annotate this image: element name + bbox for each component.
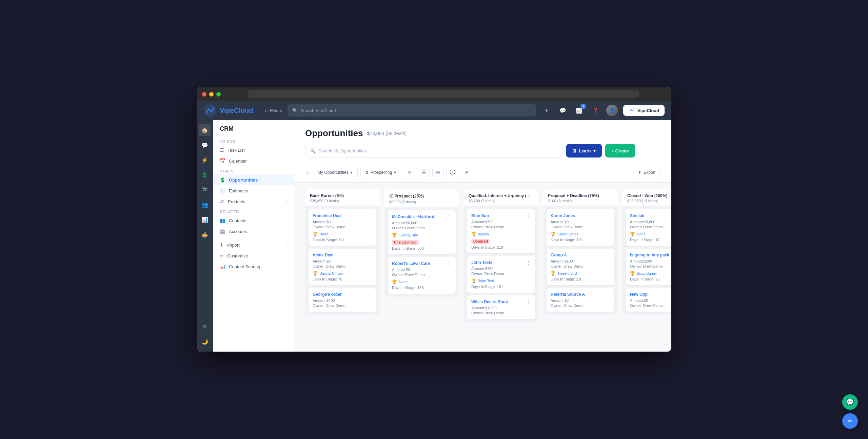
edit-float-button[interactable]: ✏	[842, 413, 858, 429]
main-layout: 🏠 💬 ⚡ 💲 🗺 👥 📊 🥧 ⚙ 🌙 CRM TO DOS ☰ Task Li…	[197, 120, 671, 352]
kanban-view-button[interactable]: ⊞	[432, 167, 444, 178]
message-view-button[interactable]: 💬	[447, 167, 458, 178]
card-franchise-deal: Franchise Deal ⋮ Amount:$0 Owner: Drew D…	[309, 209, 376, 246]
sidebar-item-products[interactable]: 🏷 Products ›	[213, 196, 294, 207]
trophy-name[interactable]: Tweety Bird	[557, 271, 577, 275]
products-chevron-icon: ›	[286, 200, 287, 204]
titlebar	[197, 87, 671, 101]
col-header-closed-won: Closed - Won (100%) $25,350 (13 deals)	[623, 189, 671, 206]
card-menu-icon[interactable]: ⋮	[524, 299, 531, 305]
card-menu-icon[interactable]: ⋮	[524, 213, 531, 219]
card-menu-icon[interactable]: ⋮	[445, 261, 452, 267]
sidebar-item-estimates[interactable]: 📄 Estimates	[213, 185, 294, 196]
sidebar-item-task-list[interactable]: ☰ Task List	[213, 145, 294, 155]
sidebar-item-import[interactable]: ⬆ Import ›	[213, 239, 294, 250]
card-name[interactable]: New Opp	[630, 292, 671, 297]
trophy-name[interactable]: John Test	[478, 279, 494, 283]
card-owner: Owner: Drew Demo	[313, 304, 372, 308]
trophy-name[interactable]: Karen Jones	[557, 232, 578, 236]
sidebar-icon-users[interactable]: 👥	[199, 198, 211, 211]
card-owner: Owner: Drew Demo	[471, 272, 531, 276]
card-name[interactable]: Karen Jones	[551, 213, 604, 219]
url-bar[interactable]	[248, 90, 639, 98]
col-title-qualified: Qualified. Interest + Urgency (...	[469, 193, 534, 198]
user-avatar[interactable]: 👤	[606, 105, 618, 116]
notifications-button[interactable]: 📈 3	[574, 105, 585, 116]
favorite-star-icon[interactable]: ☆	[305, 169, 310, 176]
sidebar-icon-chat[interactable]: 💬	[199, 139, 211, 151]
card-days: Days In Stage: 219	[471, 245, 531, 249]
card-menu-icon[interactable]: ⋮	[604, 253, 610, 258]
card-name[interactable]: McDonald's - Hartford	[392, 214, 445, 220]
messages-button[interactable]: 💬	[557, 105, 568, 116]
card-menu-icon[interactable]: ⋮	[524, 260, 531, 266]
filters-button[interactable]: ☆ Filters	[264, 108, 282, 113]
global-search[interactable]: 🔍 Search VipeCloud	[288, 104, 536, 117]
sidebar-item-contacts[interactable]: 👥 Contacts	[213, 215, 294, 226]
brand-button[interactable]: VipeCloud	[623, 105, 665, 116]
opportunity-search[interactable]: 🔍 Search My Opportunities	[305, 144, 563, 158]
sidebar-item-opportunities[interactable]: 💲 Opportunities	[213, 174, 294, 185]
opportunities-icon: 💲	[220, 177, 225, 183]
sidebar-icon-dollar[interactable]: 💲	[199, 169, 211, 181]
card-menu-icon[interactable]: ⋮	[366, 213, 372, 219]
trophy-name[interactable]: Bugs Bunny	[637, 271, 657, 275]
maximize-button[interactable]	[216, 92, 221, 97]
my-opportunities-filter[interactable]: My Opportunities ▾	[313, 167, 358, 178]
learn-button[interactable]: ⊞ Learn ▾	[566, 144, 602, 158]
content-area: Opportunities $73,000 (36 deals) 🔍 Searc…	[294, 120, 671, 352]
minimize-button[interactable]	[209, 92, 214, 97]
card-name[interactable]: Blue Sun	[471, 213, 524, 219]
card-menu-icon[interactable]: ⋮	[366, 292, 372, 297]
trophy-name[interactable]: Dennis Ulman	[319, 271, 343, 275]
trophy-name[interactable]: sjones	[478, 232, 489, 236]
card-owner: Owner: Drew Demo	[551, 304, 610, 308]
card-name[interactable]: Robert's Lawn Care	[392, 261, 445, 267]
card-menu-icon[interactable]: ⋮	[445, 214, 452, 220]
sidebar-item-calendar[interactable]: 📅 Calendar	[213, 155, 294, 166]
sidebar-icon-moon[interactable]: 🌙	[199, 335, 211, 348]
sidebar-icon-chart[interactable]: 📊	[199, 213, 211, 226]
sidebar-icon-pie[interactable]: 🥧	[199, 228, 211, 241]
card-header: Karen Jones ⋮	[551, 213, 610, 219]
card-name[interactable]: Sinclair	[630, 213, 671, 219]
close-button[interactable]	[202, 92, 206, 97]
sidebar-icon-home[interactable]: 🏠	[199, 124, 211, 136]
import-chevron-icon: ›	[286, 243, 287, 247]
contact-scoring-label: Contact Scoring	[229, 264, 260, 269]
create-button[interactable]: + Create	[605, 144, 635, 158]
advanced-filter-button[interactable]: ≡	[461, 167, 472, 178]
add-button[interactable]: +	[541, 105, 552, 116]
card-menu-icon[interactable]: ⋮	[604, 292, 610, 297]
sidebar-icon-lightning[interactable]: ⚡	[199, 154, 211, 166]
card-name[interactable]: Group A	[551, 253, 604, 258]
card-view-button[interactable]: ⊟	[404, 167, 415, 178]
card-menu-icon[interactable]: ⋮	[366, 253, 372, 258]
card-name[interactable]: George's order	[313, 292, 366, 297]
sidebar-item-accounts[interactable]: 🏢 Accounts	[213, 226, 294, 237]
export-button[interactable]: ⬇ Export	[633, 167, 660, 178]
trophy-icon: 🏆	[630, 271, 635, 276]
card-name[interactable]: Wile's Desert Shop	[471, 299, 524, 305]
sidebar-item-customize[interactable]: ✏ Customize	[213, 250, 294, 261]
sidebar-item-contact-scoring[interactable]: 📊 Contact Scoring	[213, 261, 294, 272]
card-referral-source: Referral Source A ⋮ Amount:$0 Owner: Dre…	[547, 288, 614, 312]
card-owner: Owner: Drew Demo	[551, 225, 610, 229]
help-button[interactable]: ❓	[590, 105, 601, 116]
sidebar-icon-map[interactable]: 🗺	[199, 184, 211, 196]
col-subtitle-closed-won: $25,350 (13 deals)	[627, 199, 671, 203]
card-name[interactable]: John Tester	[471, 260, 524, 266]
sidebar-icon-settings[interactable]: ⚙	[199, 320, 211, 333]
trophy-name[interactable]: Tweety Bird	[399, 233, 418, 237]
prospecting-filter[interactable]: ⊻ Prospecting ▾	[360, 167, 401, 178]
card-name[interactable]: Acme Deal	[313, 253, 366, 258]
chat-float-button[interactable]: 💬	[842, 394, 858, 410]
card-name[interactable]: Is going to buy pack...	[630, 253, 671, 258]
card-menu-icon[interactable]: ⋮	[604, 213, 610, 219]
logo[interactable]: VipeCloud	[203, 104, 253, 117]
card-name[interactable]: Referral Source A	[551, 292, 604, 297]
col-title-text: Prospect (25%)	[394, 194, 424, 198]
list-view-button[interactable]: ☰	[418, 167, 430, 178]
card-name[interactable]: Franchise Deal	[313, 213, 366, 219]
section-title-todos: TO DOS	[213, 137, 294, 145]
